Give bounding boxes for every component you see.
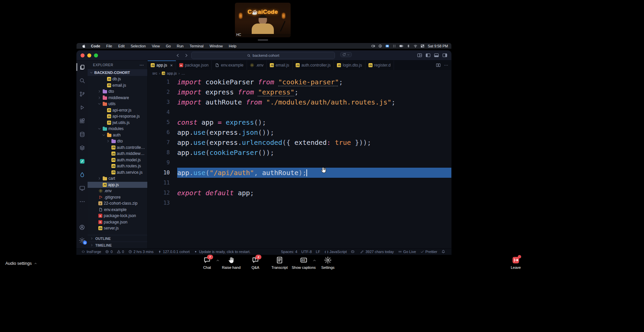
customize-layout-icon[interactable] bbox=[417, 53, 422, 58]
code-line-8[interactable]: 8app.use(cookieParser()); bbox=[148, 148, 451, 158]
meeting-button-transcript[interactable]: Transcript bbox=[271, 256, 288, 269]
tree-item-auth-controller-js[interactable]: JSauth.controller.js bbox=[88, 144, 147, 151]
chevron-up-icon[interactable] bbox=[312, 258, 316, 262]
tab-app-js[interactable]: JSapp.js× bbox=[148, 60, 176, 70]
code-line-13[interactable]: 13 bbox=[148, 198, 451, 208]
extensions-icon[interactable] bbox=[77, 116, 88, 125]
tab-env-example[interactable]: env.example bbox=[212, 60, 247, 70]
tree-item-utils[interactable]: utils bbox=[88, 101, 147, 107]
code-line-3[interactable]: 3import authRoute from "./modules/auth/a… bbox=[148, 97, 451, 107]
tree-item-env-example[interactable]: env.example bbox=[88, 207, 147, 213]
minimize-window-button[interactable] bbox=[87, 53, 91, 57]
tab-login-dto-js[interactable]: JSlogin.dto.js bbox=[334, 60, 365, 70]
status-0[interactable]: 0 bbox=[103, 250, 114, 254]
account-icon[interactable] bbox=[77, 223, 88, 232]
menu-view[interactable]: View bbox=[149, 44, 163, 48]
tree-item-gitignore[interactable]: .gitignore bbox=[88, 194, 147, 201]
meeting-button-chat[interactable]: 7Chat bbox=[199, 256, 215, 269]
tree-item-package-lock-json[interactable]: npackage-lock.json bbox=[88, 213, 147, 219]
menu-run[interactable]: Run bbox=[174, 44, 187, 48]
tree-item-api-error-js[interactable]: JSapi-error.js bbox=[88, 107, 147, 114]
video-drag-handle[interactable] bbox=[258, 39, 268, 41]
explorer-icon[interactable] bbox=[77, 63, 88, 72]
source-control-icon[interactable] bbox=[77, 89, 88, 98]
more-actions-icon[interactable] bbox=[77, 197, 88, 206]
toggle-secondary-sidebar-icon[interactable] bbox=[442, 53, 447, 58]
menu-edit[interactable]: Edit bbox=[115, 44, 128, 48]
tree-item-jwt-utils-js[interactable]: JSjwt.utils.js bbox=[88, 120, 147, 126]
status-insforge[interactable]: InsForge bbox=[79, 250, 103, 254]
teal-extension-icon[interactable] bbox=[77, 157, 88, 166]
toggle-primary-sidebar-icon[interactable] bbox=[426, 53, 431, 58]
command-center-search[interactable]: backend-cohort bbox=[191, 52, 335, 59]
back-icon[interactable] bbox=[176, 53, 180, 58]
input-source-icon[interactable] bbox=[385, 44, 389, 48]
database-icon[interactable] bbox=[77, 130, 88, 139]
tree-item-api-response-js[interactable]: JSapi-response.js bbox=[88, 113, 147, 120]
status-127-0-0-1-cohort[interactable]: 127.0.0.1 cohort bbox=[156, 250, 192, 254]
tree-item-auth-service-js[interactable]: JSauth.service.js bbox=[88, 169, 147, 176]
tree-item-app-js[interactable]: JSapp.js bbox=[88, 182, 147, 188]
code-line-7[interactable]: 7app.use(express.urlencoded({ extended: … bbox=[148, 137, 451, 148]
chevron-up-icon[interactable] bbox=[216, 258, 220, 262]
split-editor-icon[interactable] bbox=[436, 63, 441, 68]
apple-menu[interactable] bbox=[80, 44, 88, 48]
tree-item-modules[interactable]: modules bbox=[88, 126, 147, 132]
tree-root-backend-cohort[interactable]: BACKEND-COHORT bbox=[88, 69, 147, 76]
tree-item-auth-routes-js[interactable]: JSauth.routes.js bbox=[88, 163, 147, 169]
keyboard-grid-icon[interactable] bbox=[392, 44, 396, 48]
outline-section[interactable]: OUTLINE bbox=[88, 235, 147, 242]
code-line-6[interactable]: 6app.use(express.json()); bbox=[148, 127, 451, 137]
meeting-button-show-captions[interactable]: CCShow captions bbox=[295, 256, 312, 269]
bluetooth-icon[interactable] bbox=[406, 44, 410, 48]
status-item[interactable] bbox=[439, 250, 449, 254]
presenter-video[interactable]: C☕aiCode HC bbox=[235, 3, 291, 37]
timeline-section[interactable]: TIMELINE bbox=[88, 242, 147, 248]
code-line-10[interactable]: 10app.use("/api/auth", authRoute); bbox=[148, 168, 451, 178]
status-2-hrs-3-mins[interactable]: 2 hrs 3 mins bbox=[126, 250, 156, 254]
status-go-live[interactable]: Go Live bbox=[396, 250, 418, 254]
status-0[interactable]: 0 bbox=[115, 250, 126, 254]
menu-file[interactable]: File bbox=[103, 44, 115, 48]
menu-app-name[interactable]: Code bbox=[88, 44, 103, 48]
remote-window-icon[interactable] bbox=[77, 183, 88, 193]
tree-item-db-js[interactable]: JSdb.js bbox=[88, 76, 147, 82]
settings-icon[interactable]: 1 bbox=[77, 236, 88, 245]
close-window-button[interactable] bbox=[81, 53, 85, 57]
breadcrumb-more[interactable]: … bbox=[181, 71, 185, 75]
tab-email-js[interactable]: JSemail.js bbox=[267, 60, 293, 70]
status-update-is-ready-click-to-restart[interactable]: Update is ready, click to restart. bbox=[192, 250, 252, 254]
status-item[interactable] bbox=[349, 250, 358, 254]
search-icon[interactable] bbox=[77, 76, 88, 85]
tab-env[interactable]: .env bbox=[247, 60, 267, 70]
layers-icon[interactable] bbox=[77, 143, 88, 152]
menu-window[interactable]: Window bbox=[207, 44, 226, 48]
code-line-5[interactable]: 5const app = express(); bbox=[148, 117, 451, 127]
reload-control[interactable] bbox=[340, 52, 352, 57]
explorer-more-icon[interactable]: ⋯ bbox=[140, 63, 144, 68]
tree-item-dto[interactable]: dto bbox=[88, 138, 147, 144]
status-spaces-4[interactable]: Spaces: 4 bbox=[279, 250, 299, 254]
tree-item-auth-model-js[interactable]: JSauth.model.js bbox=[88, 157, 147, 163]
run-debug-icon[interactable] bbox=[77, 103, 88, 112]
leave-button[interactable]: Leave bbox=[507, 256, 524, 269]
maximize-window-button[interactable] bbox=[94, 53, 98, 57]
menu-terminal[interactable]: Terminal bbox=[187, 44, 207, 48]
breadcrumb-file[interactable]: app.js bbox=[167, 71, 177, 75]
breadcrumb-src[interactable]: src bbox=[152, 71, 157, 75]
wifi-icon[interactable] bbox=[413, 44, 417, 48]
code-line-2[interactable]: 2import express from "express"; bbox=[148, 87, 451, 97]
menubar-clock[interactable]: Sat 9:58 PM bbox=[428, 44, 448, 48]
tree-item-email-js[interactable]: JSemail.js bbox=[88, 82, 147, 89]
forward-icon[interactable] bbox=[184, 53, 189, 58]
tree-item-auth-middleware-js[interactable]: JSauth.middleware.js bbox=[88, 151, 147, 157]
status-lf[interactable]: LF bbox=[314, 250, 322, 254]
status-utf-8[interactable]: UTF-8 bbox=[299, 250, 314, 254]
code-line-12[interactable]: 12export default app; bbox=[148, 188, 451, 198]
code-line-9[interactable]: 9 bbox=[148, 158, 451, 168]
toggle-panel-icon[interactable] bbox=[434, 53, 439, 58]
battery-icon[interactable] bbox=[399, 44, 403, 48]
droplet-extension-icon[interactable] bbox=[77, 170, 88, 179]
menu-help[interactable]: Help bbox=[226, 44, 240, 48]
close-tab-icon[interactable]: × bbox=[170, 63, 173, 68]
